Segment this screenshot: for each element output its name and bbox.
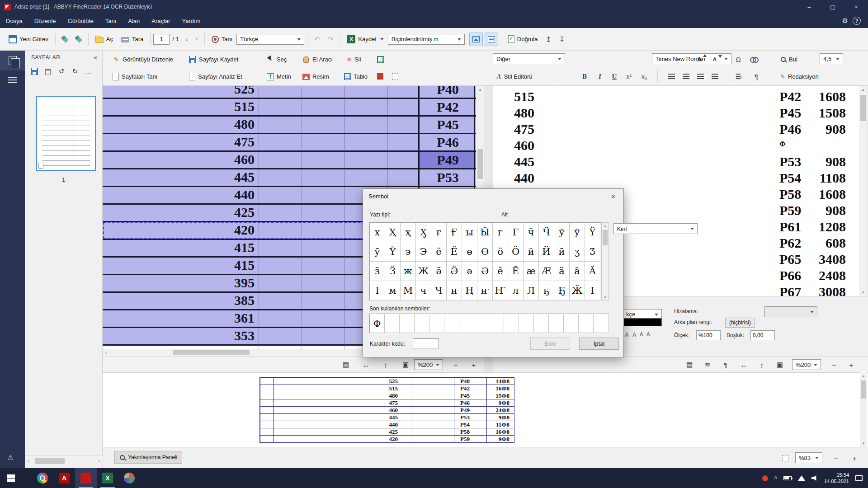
symbol-cell[interactable]: ө <box>462 242 477 262</box>
zoom-panel-toggle-button[interactable]: Yakınlaştırma Paneli <box>114 451 182 464</box>
zoom-out-button[interactable]: − <box>449 358 462 371</box>
special-character-button[interactable]: Ω <box>731 52 745 66</box>
symbol-cell[interactable]: ч <box>416 281 431 300</box>
scroll-left-icon[interactable]: ‹ <box>103 349 110 356</box>
text-row[interactable]: 515 P42 1608 <box>493 89 859 105</box>
proofread-button[interactable]: ✎ Redaksiyon <box>777 69 822 84</box>
symbol-cell[interactable]: Ĕ <box>508 262 524 281</box>
scroll-down-icon[interactable]: ▼ <box>860 440 867 447</box>
text-row[interactable]: 475 P46 908 <box>493 121 859 137</box>
scan-button[interactable]: Tara <box>117 32 147 47</box>
symbol-cell[interactable]: ӗ <box>493 262 508 281</box>
recent-symbol-cell[interactable] <box>564 314 579 333</box>
superscript-button[interactable]: x² <box>622 70 636 83</box>
ocr-language-select[interactable]: Türkçe <box>236 34 304 45</box>
find-button[interactable]: Bul <box>777 52 801 67</box>
symbol-cell[interactable]: ӟ <box>370 262 385 281</box>
superscript-icon[interactable]: A <box>632 332 637 338</box>
tray-expand-icon[interactable]: ^ <box>774 475 777 482</box>
text-cell-value[interactable]: 1608 <box>807 89 846 105</box>
symbol-cell[interactable]: Ң <box>462 281 477 300</box>
taskbar-chrome-button[interactable] <box>32 468 53 488</box>
text-cell-plabel[interactable]: P61 <box>779 219 801 235</box>
fit-height-button[interactable]: ↕ <box>755 358 769 371</box>
symbol-cell[interactable]: Ȳ <box>385 242 401 262</box>
scroll-up-icon[interactable]: ▲ <box>476 86 484 93</box>
symbol-cell[interactable]: l <box>370 281 385 300</box>
image-zoom-select[interactable]: %200 <box>414 359 443 370</box>
fit-page-button[interactable]: ▣ <box>399 358 412 371</box>
bold-button[interactable]: B <box>578 70 591 83</box>
symbol-cell[interactable]: Æ <box>539 262 554 281</box>
symbol-cell[interactable]: ӡ <box>570 242 585 262</box>
fit-height-button[interactable]: ↕ <box>379 358 392 371</box>
symbol-cell[interactable]: Ҳ <box>385 223 401 242</box>
symbol-cell[interactable]: ҳ <box>401 223 416 242</box>
style-editor-button[interactable]: A Stil Editörü <box>493 69 536 84</box>
symbol-cell[interactable]: ӓ <box>554 262 570 281</box>
symbol-cell[interactable]: Ӡ <box>585 242 600 262</box>
text-cell-value[interactable]: 1608 <box>807 186 846 202</box>
scrollbar-thumb[interactable] <box>861 380 866 399</box>
text-cell-plabel[interactable]: P54 <box>779 170 801 186</box>
scan-table-row[interactable]: 445 P53 <box>103 169 476 187</box>
thumbnail-view-button[interactable] <box>0 70 25 90</box>
paragraph-style-select[interactable]: Diğer <box>493 53 565 64</box>
text-row[interactable]: 440 P54 1108 <box>493 170 859 186</box>
menu-item[interactable]: Tanı <box>99 14 123 28</box>
text-cell-plabel[interactable]: P53 <box>779 154 801 170</box>
wrap-text-button[interactable]: ≋ <box>701 358 714 371</box>
symbol-cell[interactable]: ӧ <box>493 242 508 262</box>
notification-center-icon[interactable] <box>855 475 863 481</box>
analyze-page-button[interactable]: Sayfayı Analiz Et <box>185 69 246 84</box>
zoom-out-button[interactable]: − <box>827 358 841 371</box>
symbol-cell[interactable]: ӛ <box>431 262 447 281</box>
symbol-cell[interactable]: ҥ <box>477 281 493 300</box>
fit-page-button[interactable]: ▣ <box>773 358 787 371</box>
panel-list-button[interactable]: ▤ <box>339 358 353 371</box>
symbol-cell[interactable]: Ё <box>447 242 462 262</box>
menu-item[interactable]: Dosya <box>0 14 28 28</box>
increase-font-button[interactable]: A <box>693 52 706 66</box>
delete-page-button[interactable] <box>42 66 54 77</box>
text-cell-plabel[interactable]: Ф <box>779 137 786 151</box>
char-code-input[interactable] <box>413 338 439 348</box>
erase-tool-button[interactable]: ✕ Sil <box>343 52 364 67</box>
symbol-cell[interactable]: Ӛ <box>447 262 462 281</box>
symbol-cell[interactable]: ә <box>462 262 477 281</box>
pages-panel-close-icon[interactable]: × <box>94 54 98 61</box>
taskbar-finereader-button[interactable] <box>75 468 97 488</box>
text-cell-value[interactable]: 908 <box>807 154 846 170</box>
scroll-up-icon[interactable]: ▲ <box>602 223 609 229</box>
scan-table-row[interactable]: 475 P46 <box>103 134 476 152</box>
hyperlink-button[interactable] <box>747 52 760 66</box>
save-page-icon-button[interactable] <box>28 66 40 77</box>
symbol-cell[interactable]: Ӽ <box>416 223 431 242</box>
recent-symbol-cell[interactable] <box>474 314 489 333</box>
strikethrough-icon[interactable]: A <box>625 332 629 338</box>
symbol-cell[interactable]: Й <box>539 242 554 262</box>
symbol-cell[interactable]: ӣ <box>554 242 570 262</box>
fit-selection-button[interactable] <box>778 451 792 465</box>
symbol-cell[interactable]: I <box>585 281 600 300</box>
symbol-cell[interactable]: ў <box>554 223 570 242</box>
symbol-cell[interactable]: ӵ <box>524 223 539 242</box>
scrollbar-thumb[interactable] <box>860 95 866 121</box>
symbol-cell[interactable]: х <box>370 223 385 242</box>
text-cell-value[interactable]: 1508 <box>807 105 846 121</box>
subscript-icon[interactable]: A <box>640 332 643 338</box>
text-cell-number[interactable]: 480 <box>493 105 534 121</box>
verify-button[interactable]: ✓ Doğrula <box>504 32 542 47</box>
text-cell-plabel[interactable]: P62 <box>779 235 801 251</box>
help-icon[interactable]: ? <box>853 17 861 25</box>
scan-table-row[interactable]: 460 P49 <box>103 152 476 169</box>
symbol-cell[interactable]: Ӹ <box>477 223 493 242</box>
symbol-cell[interactable]: ё <box>431 242 447 262</box>
recent-symbol-cell[interactable] <box>594 314 609 333</box>
pages-panel-toggle-button[interactable] <box>0 51 25 70</box>
symbol-cell[interactable]: Ә <box>477 262 493 281</box>
small-caps-icon[interactable]: A <box>647 332 650 338</box>
scroll-down-icon[interactable]: ▼ <box>859 289 867 296</box>
page-thumbnail[interactable] <box>36 96 96 171</box>
zoom-in-button[interactable]: + <box>467 358 481 371</box>
